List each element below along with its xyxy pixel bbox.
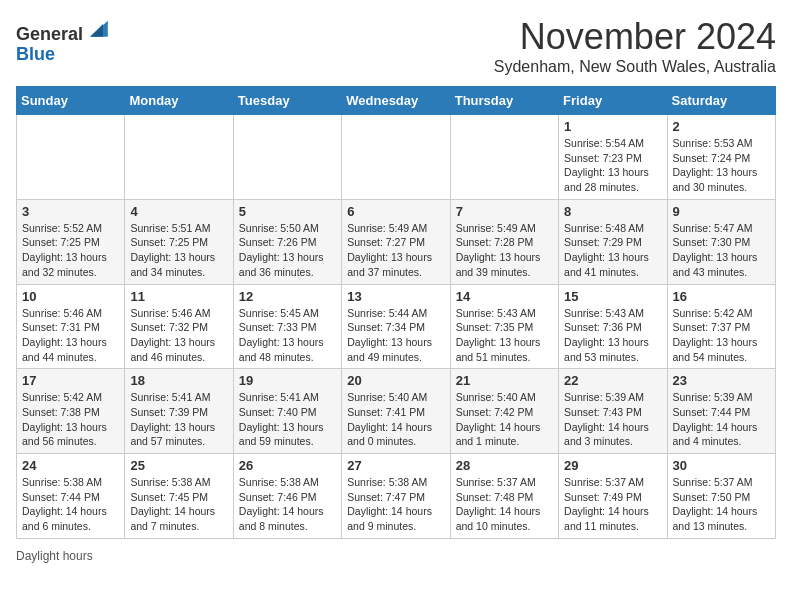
- calendar-day-cell: 24Sunrise: 5:38 AM Sunset: 7:44 PM Dayli…: [17, 454, 125, 539]
- day-number: 30: [673, 458, 770, 473]
- logo-icon: [87, 16, 111, 40]
- calendar-day-cell: 28Sunrise: 5:37 AM Sunset: 7:48 PM Dayli…: [450, 454, 558, 539]
- calendar-day-cell: 26Sunrise: 5:38 AM Sunset: 7:46 PM Dayli…: [233, 454, 341, 539]
- calendar-day-cell: 6Sunrise: 5:49 AM Sunset: 7:27 PM Daylig…: [342, 199, 450, 284]
- day-number: 3: [22, 204, 119, 219]
- logo: General Blue: [16, 16, 111, 65]
- calendar-day-header: Thursday: [450, 87, 558, 115]
- calendar-week-row: 24Sunrise: 5:38 AM Sunset: 7:44 PM Dayli…: [17, 454, 776, 539]
- page-header: General Blue November 2024 Sydenham, New…: [16, 16, 776, 76]
- month-title: November 2024: [494, 16, 776, 58]
- day-info: Sunrise: 5:49 AM Sunset: 7:27 PM Dayligh…: [347, 221, 444, 280]
- day-info: Sunrise: 5:40 AM Sunset: 7:41 PM Dayligh…: [347, 390, 444, 449]
- day-info: Sunrise: 5:40 AM Sunset: 7:42 PM Dayligh…: [456, 390, 553, 449]
- day-number: 24: [22, 458, 119, 473]
- calendar-day-cell: 12Sunrise: 5:45 AM Sunset: 7:33 PM Dayli…: [233, 284, 341, 369]
- day-info: Sunrise: 5:47 AM Sunset: 7:30 PM Dayligh…: [673, 221, 770, 280]
- calendar-day-cell: 22Sunrise: 5:39 AM Sunset: 7:43 PM Dayli…: [559, 369, 667, 454]
- day-info: Sunrise: 5:38 AM Sunset: 7:45 PM Dayligh…: [130, 475, 227, 534]
- calendar-day-cell: 17Sunrise: 5:42 AM Sunset: 7:38 PM Dayli…: [17, 369, 125, 454]
- day-info: Sunrise: 5:38 AM Sunset: 7:44 PM Dayligh…: [22, 475, 119, 534]
- day-info: Sunrise: 5:51 AM Sunset: 7:25 PM Dayligh…: [130, 221, 227, 280]
- calendar-day-cell: 25Sunrise: 5:38 AM Sunset: 7:45 PM Dayli…: [125, 454, 233, 539]
- calendar-day-cell: 16Sunrise: 5:42 AM Sunset: 7:37 PM Dayli…: [667, 284, 775, 369]
- calendar-day-cell: 15Sunrise: 5:43 AM Sunset: 7:36 PM Dayli…: [559, 284, 667, 369]
- calendar-header-row: SundayMondayTuesdayWednesdayThursdayFrid…: [17, 87, 776, 115]
- calendar-day-cell: [450, 115, 558, 200]
- day-info: Sunrise: 5:52 AM Sunset: 7:25 PM Dayligh…: [22, 221, 119, 280]
- calendar-day-cell: 8Sunrise: 5:48 AM Sunset: 7:29 PM Daylig…: [559, 199, 667, 284]
- day-info: Sunrise: 5:38 AM Sunset: 7:47 PM Dayligh…: [347, 475, 444, 534]
- day-number: 26: [239, 458, 336, 473]
- day-info: Sunrise: 5:50 AM Sunset: 7:26 PM Dayligh…: [239, 221, 336, 280]
- daylight-hours-label: Daylight hours: [16, 549, 93, 563]
- calendar-day-cell: [125, 115, 233, 200]
- day-info: Sunrise: 5:49 AM Sunset: 7:28 PM Dayligh…: [456, 221, 553, 280]
- day-info: Sunrise: 5:46 AM Sunset: 7:32 PM Dayligh…: [130, 306, 227, 365]
- calendar-day-cell: 29Sunrise: 5:37 AM Sunset: 7:49 PM Dayli…: [559, 454, 667, 539]
- calendar-week-row: 10Sunrise: 5:46 AM Sunset: 7:31 PM Dayli…: [17, 284, 776, 369]
- calendar-day-cell: 30Sunrise: 5:37 AM Sunset: 7:50 PM Dayli…: [667, 454, 775, 539]
- day-info: Sunrise: 5:46 AM Sunset: 7:31 PM Dayligh…: [22, 306, 119, 365]
- day-info: Sunrise: 5:37 AM Sunset: 7:48 PM Dayligh…: [456, 475, 553, 534]
- day-info: Sunrise: 5:41 AM Sunset: 7:40 PM Dayligh…: [239, 390, 336, 449]
- calendar-day-cell: 10Sunrise: 5:46 AM Sunset: 7:31 PM Dayli…: [17, 284, 125, 369]
- day-number: 20: [347, 373, 444, 388]
- calendar-day-cell: 14Sunrise: 5:43 AM Sunset: 7:35 PM Dayli…: [450, 284, 558, 369]
- day-number: 10: [22, 289, 119, 304]
- calendar-week-row: 17Sunrise: 5:42 AM Sunset: 7:38 PM Dayli…: [17, 369, 776, 454]
- day-number: 8: [564, 204, 661, 219]
- day-info: Sunrise: 5:39 AM Sunset: 7:43 PM Dayligh…: [564, 390, 661, 449]
- calendar-day-cell: 18Sunrise: 5:41 AM Sunset: 7:39 PM Dayli…: [125, 369, 233, 454]
- location-subtitle: Sydenham, New South Wales, Australia: [494, 58, 776, 76]
- day-number: 4: [130, 204, 227, 219]
- calendar-day-header: Monday: [125, 87, 233, 115]
- day-number: 14: [456, 289, 553, 304]
- day-info: Sunrise: 5:37 AM Sunset: 7:49 PM Dayligh…: [564, 475, 661, 534]
- day-number: 12: [239, 289, 336, 304]
- calendar-day-cell: 20Sunrise: 5:40 AM Sunset: 7:41 PM Dayli…: [342, 369, 450, 454]
- day-number: 13: [347, 289, 444, 304]
- calendar-day-header: Sunday: [17, 87, 125, 115]
- day-number: 17: [22, 373, 119, 388]
- day-number: 1: [564, 119, 661, 134]
- logo-general-text: General: [16, 24, 83, 44]
- day-info: Sunrise: 5:54 AM Sunset: 7:23 PM Dayligh…: [564, 136, 661, 195]
- day-number: 2: [673, 119, 770, 134]
- calendar-day-cell: [342, 115, 450, 200]
- calendar-day-cell: 9Sunrise: 5:47 AM Sunset: 7:30 PM Daylig…: [667, 199, 775, 284]
- calendar-day-cell: 23Sunrise: 5:39 AM Sunset: 7:44 PM Dayli…: [667, 369, 775, 454]
- day-number: 19: [239, 373, 336, 388]
- day-info: Sunrise: 5:42 AM Sunset: 7:37 PM Dayligh…: [673, 306, 770, 365]
- day-number: 16: [673, 289, 770, 304]
- day-number: 9: [673, 204, 770, 219]
- day-number: 29: [564, 458, 661, 473]
- day-number: 7: [456, 204, 553, 219]
- calendar-table: SundayMondayTuesdayWednesdayThursdayFrid…: [16, 86, 776, 539]
- day-info: Sunrise: 5:48 AM Sunset: 7:29 PM Dayligh…: [564, 221, 661, 280]
- calendar-week-row: 3Sunrise: 5:52 AM Sunset: 7:25 PM Daylig…: [17, 199, 776, 284]
- logo-blue-text: Blue: [16, 44, 55, 64]
- day-info: Sunrise: 5:43 AM Sunset: 7:36 PM Dayligh…: [564, 306, 661, 365]
- day-info: Sunrise: 5:44 AM Sunset: 7:34 PM Dayligh…: [347, 306, 444, 365]
- day-number: 11: [130, 289, 227, 304]
- day-info: Sunrise: 5:39 AM Sunset: 7:44 PM Dayligh…: [673, 390, 770, 449]
- calendar-day-cell: [17, 115, 125, 200]
- day-number: 21: [456, 373, 553, 388]
- day-info: Sunrise: 5:37 AM Sunset: 7:50 PM Dayligh…: [673, 475, 770, 534]
- day-number: 18: [130, 373, 227, 388]
- day-number: 23: [673, 373, 770, 388]
- svg-marker-1: [90, 24, 103, 37]
- calendar-day-cell: 5Sunrise: 5:50 AM Sunset: 7:26 PM Daylig…: [233, 199, 341, 284]
- calendar-day-header: Saturday: [667, 87, 775, 115]
- day-number: 15: [564, 289, 661, 304]
- calendar-day-cell: 3Sunrise: 5:52 AM Sunset: 7:25 PM Daylig…: [17, 199, 125, 284]
- calendar-day-cell: 27Sunrise: 5:38 AM Sunset: 7:47 PM Dayli…: [342, 454, 450, 539]
- calendar-footer: Daylight hours: [16, 549, 776, 563]
- calendar-day-header: Friday: [559, 87, 667, 115]
- calendar-day-cell: [233, 115, 341, 200]
- day-number: 25: [130, 458, 227, 473]
- day-number: 22: [564, 373, 661, 388]
- calendar-day-cell: 1Sunrise: 5:54 AM Sunset: 7:23 PM Daylig…: [559, 115, 667, 200]
- day-info: Sunrise: 5:43 AM Sunset: 7:35 PM Dayligh…: [456, 306, 553, 365]
